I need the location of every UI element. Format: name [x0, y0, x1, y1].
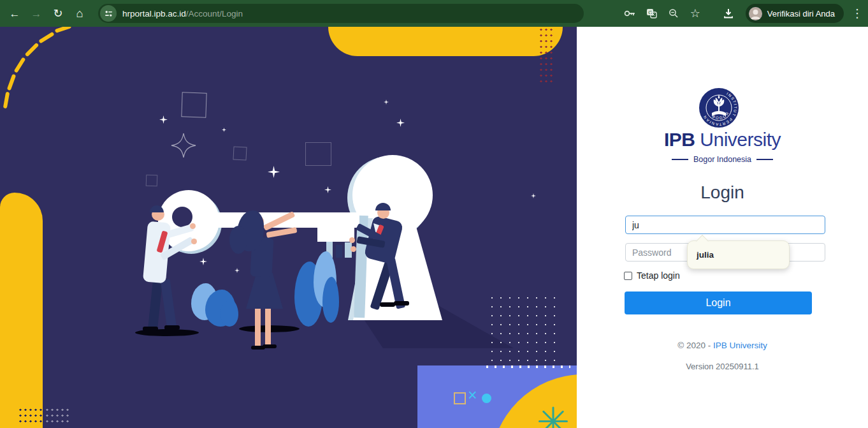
key-tooth — [336, 245, 342, 258]
sparkle-icon — [199, 258, 207, 265]
brand-title: IPB University — [577, 129, 868, 151]
plant-leaf — [322, 277, 339, 323]
login-panel: INSTITUT PERTANIAN BOGOR IPB University … — [577, 27, 868, 428]
sparkle-icon — [531, 193, 536, 198]
illustration: × — [0, 27, 577, 428]
leg — [161, 279, 177, 329]
hair — [229, 226, 247, 254]
sparkle-icon — [159, 115, 168, 124]
version-text: Version 20250911.1 — [577, 362, 868, 371]
leg — [148, 279, 163, 330]
sunburst-dash — [3, 92, 10, 109]
forward-icon[interactable]: → — [25, 8, 47, 19]
shoe — [164, 325, 180, 330]
reload-icon[interactable]: ↻ — [47, 8, 69, 19]
arm — [266, 227, 298, 238]
blue-square: × — [417, 365, 577, 428]
bookmark-star-icon[interactable]: ☆ — [684, 8, 706, 19]
sunburst-dash — [38, 32, 54, 44]
copyright-link[interactable]: IPB University — [713, 341, 767, 350]
username-input[interactable] — [625, 216, 825, 234]
hand — [190, 223, 196, 229]
shoe — [394, 301, 409, 306]
url-path: /Account/Login — [186, 9, 243, 18]
plant-leaf — [221, 300, 238, 327]
sunburst-dash — [7, 74, 17, 91]
copyright: © 2020 - IPB University — [577, 341, 868, 350]
skirt — [246, 273, 283, 309]
download-icon[interactable] — [718, 8, 739, 19]
toolbar-right-group: G ☆ Verifikasi diri Anda ⋮ — [619, 4, 864, 23]
hand — [191, 239, 197, 244]
leg — [255, 306, 261, 350]
copyright-prefix: © 2020 - — [677, 341, 713, 350]
avatar — [749, 7, 762, 20]
sparkle-icon — [396, 119, 405, 127]
profile-button[interactable]: Verifikasi diri Anda — [746, 4, 844, 23]
back-icon[interactable]: ← — [4, 8, 25, 19]
autofill-arrow — [696, 235, 709, 247]
shoe — [263, 344, 277, 348]
hand — [351, 246, 356, 252]
url-text: hrportal.ipb.ac.id/Account/Login — [122, 9, 243, 18]
browser-toolbar: ← → ↻ ⌂ hrportal.ipb.ac.id/Account/Login… — [0, 0, 868, 27]
square-outline — [233, 146, 247, 160]
profile-label: Verifikasi diri Anda — [767, 9, 835, 18]
url-host: hrportal.ipb.ac.id — [122, 9, 186, 18]
sparkle-icon — [268, 166, 280, 178]
brand-title-bold: IPB — [664, 129, 695, 150]
password-key-icon[interactable] — [619, 10, 641, 17]
remember-label: Tetap login — [637, 270, 680, 281]
remember-row: Tetap login — [624, 270, 680, 281]
sunburst-dash — [14, 57, 26, 73]
tune-icon — [105, 10, 113, 18]
sunburst-dash — [55, 27, 72, 33]
mini-dot-icon — [482, 394, 491, 403]
dot-grid-dark — [18, 407, 45, 424]
sparkle-icon — [235, 268, 240, 273]
login-button-label: Login — [705, 297, 730, 309]
translate-icon[interactable]: G — [641, 8, 663, 18]
shoe — [380, 302, 395, 307]
tick-dots-row — [486, 365, 570, 368]
dot-grid-light — [45, 407, 69, 424]
sparkle-icon — [384, 100, 389, 105]
address-bar[interactable]: hrportal.ipb.ac.id/Account/Login — [98, 4, 584, 23]
hand — [349, 237, 355, 243]
square-outline — [305, 142, 331, 166]
white-dot-grid — [488, 293, 561, 365]
brand-title-rest: University — [700, 129, 781, 150]
asterisk-icon — [553, 407, 554, 428]
zoom-minus-icon[interactable] — [663, 8, 684, 18]
login-button[interactable]: Login — [625, 291, 812, 314]
yellow-top-shape — [328, 27, 563, 56]
kebab-menu-icon[interactable]: ⋮ — [850, 8, 864, 19]
square-outline — [146, 175, 158, 187]
ipb-emblem-logo: INSTITUT PERTANIAN BOGOR — [698, 87, 739, 128]
square-outline — [181, 92, 206, 117]
autofill-dropdown[interactable]: julia — [687, 240, 790, 269]
mini-square-icon — [454, 392, 466, 404]
star-outline-icon — [170, 131, 198, 159]
sunburst-dash — [25, 43, 40, 57]
sparkle-icon — [324, 186, 331, 193]
leg — [265, 306, 271, 348]
page-title: Login — [577, 182, 868, 203]
site-info-icon[interactable] — [100, 5, 117, 22]
home-icon[interactable]: ⌂ — [69, 8, 90, 19]
browser-window: ← → ↻ ⌂ hrportal.ipb.ac.id/Account/Login… — [0, 0, 868, 428]
brand-subtitle: Bogor Indonesia — [577, 155, 868, 164]
mini-x-icon: × — [468, 386, 477, 404]
remember-checkbox[interactable] — [624, 272, 632, 280]
shoe — [143, 327, 158, 331]
yellow-left-shape — [0, 193, 43, 428]
autofill-suggestion[interactable]: julia — [697, 250, 714, 260]
sparkle-icon — [222, 128, 226, 132]
maroon-dot-grid — [539, 27, 554, 85]
brand-subtitle-text: Bogor Indonesia — [693, 155, 751, 164]
